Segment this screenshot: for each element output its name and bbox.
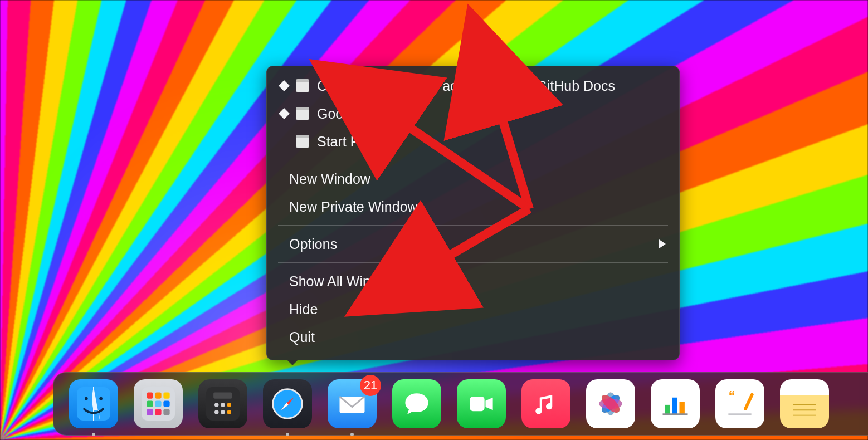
- svg-rect-30: [470, 397, 484, 411]
- svg-rect-13: [163, 400, 169, 407]
- menu-item-label: Options: [289, 236, 337, 252]
- svg-rect-14: [147, 409, 153, 415]
- dock-app-music[interactable]: [521, 379, 570, 428]
- svg-rect-18: [213, 392, 232, 398]
- diamond-icon: [279, 80, 290, 91]
- notes-icon: [788, 387, 821, 421]
- svg-rect-41: [680, 402, 685, 414]
- dock-app-numbers[interactable]: [651, 379, 700, 428]
- dock-app-notes[interactable]: [780, 379, 829, 428]
- menu-item-label: Show All Windows: [289, 273, 403, 290]
- svg-rect-44: [743, 393, 754, 411]
- pages-icon: “: [723, 387, 757, 421]
- numbers-icon: [659, 387, 692, 421]
- window-icon: [296, 135, 309, 148]
- svg-point-22: [214, 410, 219, 414]
- music-icon: [529, 387, 563, 421]
- menu-item-label: New Window: [289, 171, 370, 187]
- finder-icon: [77, 387, 110, 421]
- facetime-icon: [465, 387, 498, 421]
- menu-item-window-2[interactable]: Start Page: [267, 128, 679, 155]
- menu-item-window-0[interactable]: Creating a personal access token - GitHu…: [267, 72, 679, 100]
- menu-item-label: New Private Window: [289, 199, 418, 215]
- svg-rect-40: [672, 398, 677, 414]
- svg-rect-39: [665, 405, 670, 414]
- menu-item-label: Google: [317, 106, 362, 122]
- window-icon: [296, 79, 309, 92]
- dock-app-pages[interactable]: “: [715, 379, 764, 428]
- dock-container: 21: [53, 368, 868, 440]
- menu-item-label: Hide: [289, 301, 318, 317]
- dock-app-calculator[interactable]: [198, 379, 247, 428]
- svg-point-21: [227, 403, 232, 407]
- launchpad-icon: [142, 387, 175, 421]
- svg-point-19: [214, 403, 219, 407]
- svg-rect-10: [163, 392, 169, 398]
- dock: 21: [53, 372, 868, 436]
- submenu-arrow-icon: [659, 239, 666, 248]
- diamond-icon: [279, 108, 290, 119]
- notification-badge: 21: [360, 375, 381, 396]
- svg-point-20: [221, 403, 225, 407]
- svg-rect-11: [147, 400, 153, 407]
- svg-rect-9: [155, 392, 161, 398]
- dock-app-mail[interactable]: 21: [328, 379, 377, 428]
- calculator-icon: [206, 387, 240, 421]
- menu-item-new-window[interactable]: New Window: [267, 165, 679, 193]
- menu-item-hide[interactable]: Hide: [267, 295, 679, 323]
- dock-app-messages[interactable]: [392, 379, 441, 428]
- menu-separator: [278, 262, 668, 263]
- svg-rect-12: [155, 400, 161, 407]
- safari-icon: [271, 387, 304, 421]
- svg-point-6: [99, 397, 103, 400]
- dock-app-finder[interactable]: [69, 379, 118, 428]
- running-indicator-icon: [350, 433, 354, 436]
- window-icon: [296, 107, 309, 120]
- menu-item-label: Start Page: [317, 134, 383, 150]
- svg-point-23: [221, 410, 225, 414]
- dock-app-launchpad[interactable]: [134, 379, 183, 428]
- photos-icon: [594, 387, 627, 421]
- menu-separator: [278, 160, 668, 160]
- dock-app-facetime[interactable]: [457, 379, 506, 428]
- menu-item-label: Quit: [289, 329, 315, 345]
- dock-app-safari[interactable]: [263, 379, 312, 428]
- svg-rect-16: [163, 409, 169, 415]
- svg-rect-15: [155, 409, 161, 415]
- menu-item-window-1[interactable]: Google: [267, 100, 679, 128]
- svg-point-24: [227, 410, 232, 414]
- menu-separator: [278, 225, 668, 226]
- menu-item-new-private-window[interactable]: New Private Window: [267, 193, 679, 221]
- menu-item-quit[interactable]: Quit: [267, 323, 679, 351]
- svg-text:“: “: [728, 388, 735, 403]
- dock-context-menu: Creating a personal access token - GitHu…: [266, 66, 680, 360]
- svg-rect-8: [147, 392, 153, 398]
- svg-point-5: [85, 397, 88, 400]
- dock-app-photos[interactable]: [586, 379, 635, 428]
- messages-icon: [400, 387, 433, 421]
- menu-item-show-all-windows[interactable]: Show All Windows: [267, 267, 679, 295]
- running-indicator-icon: [286, 433, 289, 436]
- menu-item-options[interactable]: Options: [267, 230, 679, 258]
- running-indicator-icon: [92, 433, 95, 436]
- menu-item-label: Creating a personal access token - GitHu…: [317, 78, 615, 94]
